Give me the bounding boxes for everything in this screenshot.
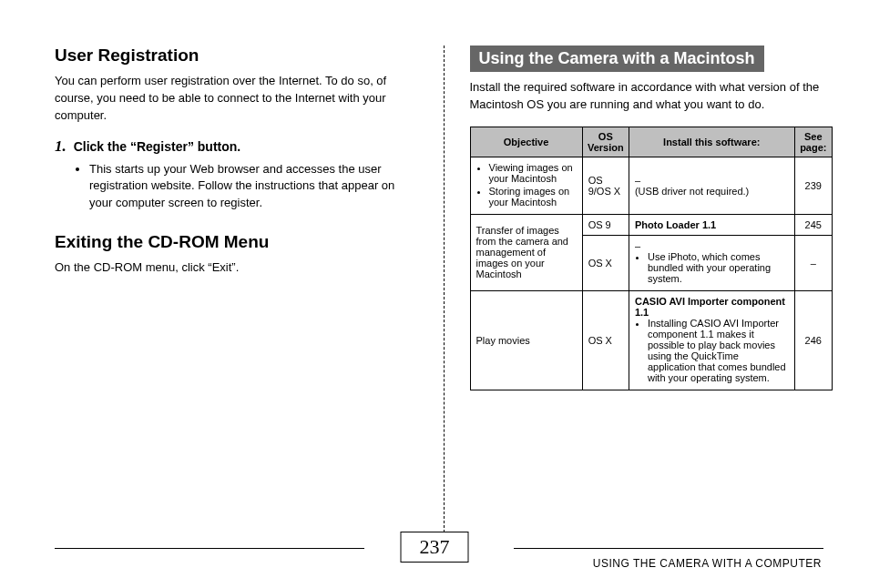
software-bold: CASIO AVI Importer component 1.1 [635, 296, 785, 318]
table-header-software: Install this software: [629, 127, 794, 157]
cell-os: OS X [582, 235, 629, 290]
cell-objective: Transfer of images from the camera and m… [470, 214, 582, 290]
dash: – [635, 240, 640, 251]
section-heading-exiting: Exiting the CD-ROM Menu [55, 232, 418, 252]
table-row: Transfer of images from the camera and m… [470, 214, 833, 235]
paragraph: Install the required software in accorda… [470, 79, 833, 114]
cell-os: OS 9/OS X [582, 157, 629, 214]
paragraph: On the CD-ROM menu, click “Exit”. [55, 259, 418, 277]
left-column: User Registration You can perform user r… [55, 46, 418, 537]
step-text: Click the “Register” button. [74, 139, 241, 154]
step-bullet-item: This starts up your Web browser and acce… [89, 161, 418, 213]
page-body: User Registration You can perform user r… [0, 0, 869, 537]
right-column: Using the Camera with a Macintosh Instal… [444, 46, 833, 537]
section-banner-macintosh: Using the Camera with a Macintosh [470, 46, 764, 72]
table-header-page: See page: [794, 127, 832, 157]
list-item: Installing CASIO AVI Importer component … [648, 318, 789, 383]
section-heading-user-registration: User Registration [55, 46, 418, 66]
table-row: Viewing images on your Macintosh Storing… [470, 157, 833, 214]
software-bold: Photo Loader 1.1 [635, 219, 716, 230]
footer-label: USING THE CAMERA WITH A COMPUTER [593, 557, 822, 570]
cell-os: OS 9 [582, 214, 629, 235]
cell-page: – [794, 235, 832, 290]
table-row: Play movies OS X CASIO AVI Importer comp… [470, 290, 833, 390]
cell-software: – (USB driver not required.) [629, 157, 794, 214]
paragraph: You can perform user registration over t… [55, 73, 418, 125]
step-number: 1. [55, 137, 66, 155]
cell-software: Photo Loader 1.1 [629, 214, 794, 235]
list-item: Viewing images on your Macintosh [489, 162, 577, 184]
list-item: Storing images on your Macintosh [489, 186, 577, 208]
step-bullet-list: This starts up your Web browser and acce… [89, 161, 418, 213]
table-header-os: OS Version [582, 127, 629, 157]
cell-objective: Play movies [470, 290, 582, 390]
footer-rule-left [55, 548, 364, 549]
footer-rule-right [514, 548, 823, 549]
cell-page: 239 [794, 157, 832, 214]
step-1: 1. Click the “Register” button. [55, 137, 418, 156]
list-item: Use iPhoto, which comes bundled with you… [648, 251, 789, 284]
cell-os: OS X [582, 290, 629, 390]
cell-software: – Use iPhoto, which comes bundled with y… [629, 235, 794, 290]
page-footer: 237 USING THE CAMERA WITH A COMPUTER [0, 542, 869, 579]
cell-page: 245 [794, 214, 832, 235]
software-table: Objective OS Version Install this softwa… [470, 127, 833, 390]
cell-software: CASIO AVI Importer component 1.1 Install… [629, 290, 794, 390]
page-number: 237 [401, 532, 469, 563]
cell-objective: Viewing images on your Macintosh Storing… [470, 157, 582, 214]
cell-page: 246 [794, 290, 832, 390]
table-header-objective: Objective [470, 127, 582, 157]
